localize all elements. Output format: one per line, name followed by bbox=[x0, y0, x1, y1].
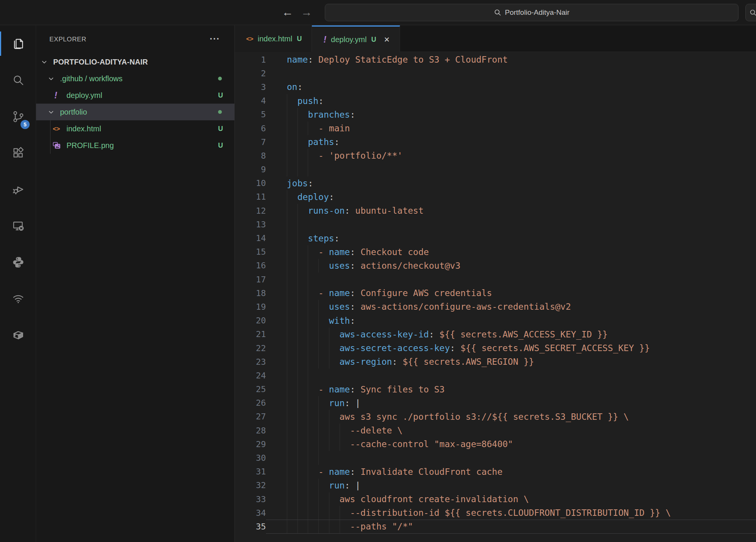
line-number[interactable]: 18 bbox=[235, 288, 266, 298]
tree-item-portfolio-aditya-nair[interactable]: PORTFOLIO-ADITYA-NAIR bbox=[36, 54, 234, 70]
code-line-25[interactable]: 25 - name: Sync files to S3 bbox=[235, 383, 756, 396]
line-number[interactable]: 2 bbox=[235, 69, 266, 78]
line-number[interactable]: 5 bbox=[235, 110, 266, 119]
secondary-search-button[interactable] bbox=[745, 4, 756, 21]
code-editor[interactable]: 1name: Deploy StaticEdge to S3 + CloudFr… bbox=[235, 52, 756, 542]
forward-arrow-icon[interactable]: → bbox=[299, 5, 314, 20]
code-line-10[interactable]: 10jobs: bbox=[235, 176, 756, 190]
close-icon[interactable]: ✕ bbox=[384, 35, 390, 44]
line-number[interactable]: 20 bbox=[235, 316, 266, 325]
line-number[interactable]: 10 bbox=[235, 178, 266, 188]
code-line-33[interactable]: 33 aws cloudfront create-invalidation \ bbox=[235, 492, 756, 506]
code-line-11[interactable]: 11 deploy: bbox=[235, 190, 756, 204]
code-line-13[interactable]: 13 bbox=[235, 217, 756, 231]
indent-guide bbox=[297, 135, 298, 149]
code-line-12[interactable]: 12 runs-on: ubuntu-latest bbox=[235, 204, 756, 217]
line-number[interactable]: 8 bbox=[235, 151, 266, 161]
line-number[interactable]: 25 bbox=[235, 384, 266, 394]
code-line-35[interactable]: 35 --paths "/*" bbox=[235, 520, 756, 533]
activity-item-files[interactable] bbox=[0, 25, 36, 62]
line-number[interactable]: 15 bbox=[235, 247, 266, 257]
line-content: - main bbox=[266, 121, 756, 135]
activity-item-container[interactable] bbox=[0, 317, 36, 353]
command-center-search[interactable]: Portfolio-Aditya-Nair bbox=[325, 4, 739, 21]
line-number[interactable]: 26 bbox=[235, 398, 266, 408]
code-line-20[interactable]: 20 with: bbox=[235, 314, 756, 328]
line-number[interactable]: 32 bbox=[235, 481, 266, 490]
code-line-18[interactable]: 18 - name: Configure AWS credentials bbox=[235, 286, 756, 300]
line-number[interactable]: 23 bbox=[235, 357, 266, 367]
code-line-27[interactable]: 27 aws s3 sync ./portfolio s3://${{ secr… bbox=[235, 410, 756, 424]
code-line-8[interactable]: 8 - 'portfolio/**' bbox=[235, 149, 756, 162]
code-line-26[interactable]: 26 run: | bbox=[235, 396, 756, 410]
code-line-29[interactable]: 29 --cache-control "max-age=86400" bbox=[235, 437, 756, 451]
code-line-34[interactable]: 34 --distribution-id ${{ secrets.CLOUDFR… bbox=[235, 506, 756, 520]
line-number[interactable]: 11 bbox=[235, 192, 266, 202]
code-line-5[interactable]: 5 branches: bbox=[235, 108, 756, 121]
code-line-23[interactable]: 23 aws-region: ${{ secrets.AWS_REGION }} bbox=[235, 355, 756, 369]
tree-item-deploy.yml[interactable]: !deploy.ymlU bbox=[36, 87, 234, 104]
activity-item-python[interactable] bbox=[0, 244, 36, 280]
code-line-24[interactable]: 24 bbox=[235, 369, 756, 382]
line-number[interactable]: 17 bbox=[235, 275, 266, 284]
line-number[interactable]: 30 bbox=[235, 453, 266, 463]
activity-item-remote-explorer[interactable] bbox=[0, 208, 36, 244]
activity-item-wifi[interactable] bbox=[0, 280, 36, 317]
code-line-4[interactable]: 4 push: bbox=[235, 94, 756, 108]
activity-item-run-debug[interactable] bbox=[0, 171, 36, 208]
line-number[interactable]: 24 bbox=[235, 371, 266, 380]
line-number[interactable]: 27 bbox=[235, 412, 266, 421]
activity-item-extensions[interactable] bbox=[0, 135, 36, 171]
tab-index.html[interactable]: <>index.htmlU bbox=[235, 25, 312, 52]
line-number[interactable]: 31 bbox=[235, 467, 266, 476]
line-number[interactable]: 13 bbox=[235, 220, 266, 229]
code-line-17[interactable]: 17 bbox=[235, 273, 756, 286]
indent-guide bbox=[308, 328, 308, 341]
line-number[interactable]: 3 bbox=[235, 82, 266, 92]
code-line-31[interactable]: 31 - name: Invalidate CloudFront cache bbox=[235, 465, 756, 479]
line-number[interactable]: 22 bbox=[235, 343, 266, 353]
indent-guide bbox=[287, 355, 287, 369]
code-line-14[interactable]: 14 steps: bbox=[235, 231, 756, 245]
code-line-16[interactable]: 16 uses: actions/checkout@v3 bbox=[235, 259, 756, 273]
code-line-3[interactable]: 3on: bbox=[235, 80, 756, 94]
line-number[interactable]: 19 bbox=[235, 302, 266, 312]
tree-item-.github-workflows[interactable]: .github / workflows bbox=[36, 70, 234, 87]
line-number[interactable]: 1 bbox=[235, 55, 266, 65]
tab-deploy.yml[interactable]: !deploy.ymlU✕ bbox=[312, 25, 400, 52]
code-line-15[interactable]: 15 - name: Checkout code bbox=[235, 245, 756, 259]
tree-item-portfolio[interactable]: portfolio bbox=[36, 104, 234, 120]
code-line-2[interactable]: 2 bbox=[235, 66, 756, 80]
line-number[interactable]: 16 bbox=[235, 261, 266, 270]
line-number[interactable]: 28 bbox=[235, 426, 266, 435]
back-arrow-icon[interactable]: ← bbox=[280, 5, 295, 20]
more-actions-icon[interactable]: ··· bbox=[210, 33, 220, 44]
code-line-7[interactable]: 7 paths: bbox=[235, 135, 756, 149]
code-line-19[interactable]: 19 uses: aws-actions/configure-aws-crede… bbox=[235, 300, 756, 314]
code-line-6[interactable]: 6 - main bbox=[235, 121, 756, 135]
code-line-32[interactable]: 32 run: | bbox=[235, 479, 756, 492]
code-line-22[interactable]: 22 aws-secret-access-key: ${{ secrets.AW… bbox=[235, 341, 756, 355]
activity-item-source-control[interactable]: 5 bbox=[0, 98, 36, 135]
line-number[interactable]: 34 bbox=[235, 508, 266, 518]
line-number[interactable]: 12 bbox=[235, 206, 266, 216]
line-number[interactable]: 21 bbox=[235, 329, 266, 339]
line-number[interactable]: 29 bbox=[235, 440, 266, 449]
line-content: aws cloudfront create-invalidation \ bbox=[266, 492, 756, 506]
activity-item-search[interactable] bbox=[0, 62, 36, 98]
line-number[interactable]: 6 bbox=[235, 124, 266, 133]
line-number[interactable]: 33 bbox=[235, 495, 266, 504]
code-line-28[interactable]: 28 --delete \ bbox=[235, 424, 756, 437]
line-number[interactable]: 4 bbox=[235, 96, 266, 106]
code-line-21[interactable]: 21 aws-access-key-id: ${{ secrets.AWS_AC… bbox=[235, 328, 756, 341]
line-number[interactable]: 7 bbox=[235, 137, 266, 147]
code-line-30[interactable]: 30 bbox=[235, 451, 756, 465]
tree-item-index.html[interactable]: <>index.htmlU bbox=[36, 120, 234, 137]
line-number[interactable]: 35 bbox=[235, 522, 266, 531]
tree-item-label: index.html bbox=[66, 124, 101, 133]
line-number[interactable]: 14 bbox=[235, 233, 266, 243]
line-number[interactable]: 9 bbox=[235, 165, 266, 174]
code-line-1[interactable]: 1name: Deploy StaticEdge to S3 + CloudFr… bbox=[235, 53, 756, 66]
tree-item-profile.png[interactable]: PROFILE.pngU bbox=[36, 137, 234, 154]
code-line-9[interactable]: 9 bbox=[235, 163, 756, 176]
